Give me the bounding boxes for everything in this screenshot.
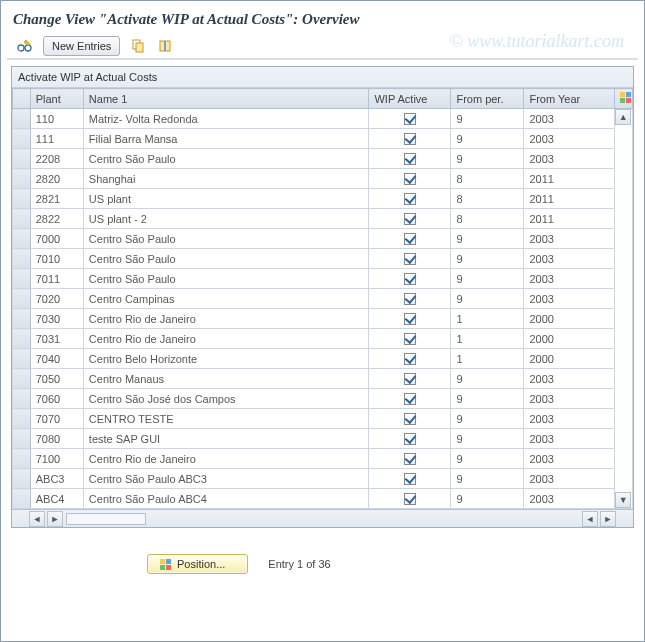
table-row[interactable]: 7000Centro São Paulo92003 [13,229,633,249]
cell-plant[interactable]: 7030 [30,309,83,329]
checkbox-checked-icon[interactable] [404,413,416,425]
row-selector[interactable] [13,329,31,349]
cell-wip[interactable] [369,269,451,289]
checkbox-checked-icon[interactable] [404,293,416,305]
delimit-button[interactable] [156,36,176,56]
cell-wip[interactable] [369,449,451,469]
cell-from-per[interactable]: 9 [451,369,524,389]
table-row[interactable]: ABC3Centro São Paulo ABC392003 [13,469,633,489]
cell-from-year[interactable]: 2000 [524,309,615,329]
cell-from-per[interactable]: 9 [451,429,524,449]
cell-from-year[interactable]: 2000 [524,329,615,349]
table-row[interactable]: 2208Centro São Paulo92003 [13,149,633,169]
table-row[interactable]: 7030Centro Rio de Janeiro12000 [13,309,633,329]
cell-from-year[interactable]: 2003 [524,489,615,509]
cell-plant[interactable]: ABC3 [30,469,83,489]
table-row[interactable]: 7050Centro Manaus92003 [13,369,633,389]
cell-name[interactable]: US plant - 2 [83,209,369,229]
cell-name[interactable]: teste SAP GUI [83,429,369,449]
checkbox-checked-icon[interactable] [404,233,416,245]
select-all-header[interactable] [13,89,31,109]
cell-name[interactable]: Centro Belo Horizonte [83,349,369,369]
cell-from-per[interactable]: 8 [451,209,524,229]
cell-plant[interactable]: 7020 [30,289,83,309]
cell-from-year[interactable]: 2003 [524,269,615,289]
toggle-change-button[interactable] [15,36,35,56]
cell-wip[interactable] [369,409,451,429]
cell-name[interactable]: Centro São Paulo ABC4 [83,489,369,509]
scroll-right-button[interactable]: ► [47,511,63,527]
cell-plant[interactable]: 2208 [30,149,83,169]
vertical-scrollbar[interactable]: ▲▼ [615,109,633,509]
cell-from-year[interactable]: 2003 [524,389,615,409]
table-row[interactable]: ABC4Centro São Paulo ABC492003 [13,489,633,509]
row-selector[interactable] [13,469,31,489]
checkbox-checked-icon[interactable] [404,433,416,445]
row-selector[interactable] [13,229,31,249]
table-row[interactable]: 7020Centro Campinas92003 [13,289,633,309]
cell-plant[interactable]: 7100 [30,449,83,469]
cell-from-per[interactable]: 8 [451,189,524,209]
cell-plant[interactable]: 7040 [30,349,83,369]
checkbox-checked-icon[interactable] [404,393,416,405]
cell-from-per[interactable]: 9 [451,109,524,129]
cell-from-year[interactable]: 2003 [524,429,615,449]
table-row[interactable]: 111Filial Barra Mansa92003 [13,129,633,149]
row-selector[interactable] [13,189,31,209]
row-selector[interactable] [13,169,31,189]
row-selector[interactable] [13,369,31,389]
col-header-plant[interactable]: Plant [30,89,83,109]
cell-from-year[interactable]: 2003 [524,409,615,429]
copy-button[interactable] [128,36,148,56]
cell-from-per[interactable]: 9 [451,489,524,509]
cell-name[interactable]: Centro São José dos Campos [83,389,369,409]
checkbox-checked-icon[interactable] [404,213,416,225]
cell-plant[interactable]: 111 [30,129,83,149]
checkbox-checked-icon[interactable] [404,273,416,285]
checkbox-checked-icon[interactable] [404,313,416,325]
cell-wip[interactable] [369,329,451,349]
cell-plant[interactable]: 7070 [30,409,83,429]
table-row[interactable]: 7031Centro Rio de Janeiro12000 [13,329,633,349]
checkbox-checked-icon[interactable] [404,253,416,265]
checkbox-checked-icon[interactable] [404,173,416,185]
cell-wip[interactable] [369,109,451,129]
cell-from-per[interactable]: 9 [451,289,524,309]
checkbox-checked-icon[interactable] [404,373,416,385]
cell-plant[interactable]: ABC4 [30,489,83,509]
cell-plant[interactable]: 7000 [30,229,83,249]
configure-columns-button[interactable] [615,89,633,109]
row-selector[interactable] [13,209,31,229]
cell-plant[interactable]: 7050 [30,369,83,389]
cell-plant[interactable]: 7031 [30,329,83,349]
table-row[interactable]: 7080teste SAP GUI92003 [13,429,633,449]
cell-from-year[interactable]: 2003 [524,109,615,129]
cell-name[interactable]: Filial Barra Mansa [83,129,369,149]
new-entries-button[interactable]: New Entries [43,36,120,56]
table-row[interactable]: 7011Centro São Paulo92003 [13,269,633,289]
cell-name[interactable]: Shanghai [83,169,369,189]
row-selector[interactable] [13,149,31,169]
row-selector[interactable] [13,409,31,429]
table-row[interactable]: 2821US plant82011 [13,189,633,209]
cell-wip[interactable] [369,489,451,509]
checkbox-checked-icon[interactable] [404,473,416,485]
cell-name[interactable]: Centro São Paulo [83,249,369,269]
cell-name[interactable]: Centro Campinas [83,289,369,309]
col-header-name[interactable]: Name 1 [83,89,369,109]
row-selector[interactable] [13,389,31,409]
cell-from-per[interactable]: 9 [451,129,524,149]
cell-from-year[interactable]: 2003 [524,469,615,489]
cell-wip[interactable] [369,149,451,169]
checkbox-checked-icon[interactable] [404,353,416,365]
cell-from-year[interactable]: 2003 [524,369,615,389]
cell-from-per[interactable]: 9 [451,449,524,469]
col-header-from-year[interactable]: From Year [524,89,615,109]
cell-from-per[interactable]: 9 [451,149,524,169]
cell-name[interactable]: Centro São Paulo [83,269,369,289]
cell-from-per[interactable]: 1 [451,329,524,349]
cell-from-per[interactable]: 1 [451,309,524,329]
cell-from-year[interactable]: 2003 [524,249,615,269]
cell-name[interactable]: US plant [83,189,369,209]
cell-from-per[interactable]: 1 [451,349,524,369]
